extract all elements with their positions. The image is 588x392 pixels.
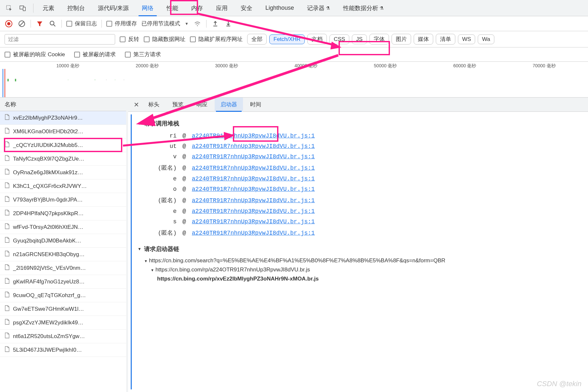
chain-url-0[interactable]: ▼https://cn.bing.com/search?q=%E5%BE%AE%… xyxy=(138,256,582,265)
request-row[interactable]: 2DP4HPlfaNQ7pkpsKlkpR… xyxy=(0,207,126,220)
stack-source-link[interactable]: a2240TR91R7nhnUp3RpvwJI8dVU.br.js:1 xyxy=(192,133,315,139)
stack-source-link[interactable]: a2240TR91R7nhnUp3RpvwJI8dVU.br.js:1 xyxy=(192,143,315,150)
tab-recorder[interactable]: 记录器⚗ xyxy=(301,0,337,16)
pill-js[interactable]: JS xyxy=(352,34,367,44)
search-icon[interactable] xyxy=(48,20,57,28)
pill-font[interactable]: 字体 xyxy=(369,34,389,45)
pill-doc[interactable]: 文档 xyxy=(307,34,327,45)
request-row[interactable]: _cQCYzUIUDtiKJi2Mubb5… xyxy=(0,138,126,152)
initiator-chain-heading[interactable]: ▼请求启动器链 xyxy=(138,245,582,253)
close-icon[interactable]: ✕ xyxy=(131,101,141,109)
blocked-cookies-checkbox[interactable]: 被屏蔽的响应 Cookie xyxy=(5,51,65,58)
tab-lighthouse[interactable]: Lighthouse xyxy=(259,0,301,16)
pill-all[interactable]: 全部 xyxy=(247,34,267,45)
hide-data-urls-checkbox[interactable]: 隐藏数据网址 xyxy=(144,35,185,43)
tab-elements[interactable]: 元素 xyxy=(36,0,61,16)
request-row[interactable]: n21aGRCN5EKHB3qObyg… xyxy=(0,248,126,261)
request-row[interactable]: OyRnaZe6gJ8kMXuak91z… xyxy=(0,166,126,179)
stack-fn-name: e xyxy=(151,176,177,182)
detail-tab-response[interactable]: 响应 xyxy=(191,98,213,112)
pill-img[interactable]: 图片 xyxy=(392,34,411,45)
download-icon[interactable] xyxy=(224,20,233,28)
stack-source-link[interactable]: a2240TR91R7nhnUp3RpvwJI8dVU.br.js:1 xyxy=(192,186,315,192)
request-row[interactable]: XM6LKGnaO0IrEHDb20t2… xyxy=(0,125,126,138)
request-row[interactable]: 5L3iD467J3iJWEPwjIkhI0… xyxy=(0,343,126,357)
third-party-checkbox[interactable]: 第三方请求 xyxy=(125,51,161,58)
svg-line-6 xyxy=(54,25,55,26)
preserve-log-checkbox[interactable]: 保留日志 xyxy=(66,20,97,27)
request-row[interactable]: Gyuq2bqitqDJM0BeAkbK… xyxy=(0,234,126,248)
file-icon xyxy=(5,141,10,149)
request-row[interactable]: psgXZvzYJMEW2ydikIk49… xyxy=(0,316,126,330)
file-icon xyxy=(5,169,10,176)
upload-icon[interactable] xyxy=(211,20,220,28)
stack-fn-name: s xyxy=(151,218,177,225)
tab-security[interactable]: 安全 xyxy=(234,0,259,16)
detail-tab-headers[interactable]: 标头 xyxy=(142,98,165,112)
request-row[interactable]: K3hC1_cQXGFr6cxRJVWY… xyxy=(0,179,126,193)
pill-media[interactable]: 媒体 xyxy=(414,34,433,45)
invert-checkbox[interactable]: 反转 xyxy=(120,35,139,43)
beaker-icon: ⚗ xyxy=(326,6,330,11)
filter-row-2: 被屏蔽的响应 Cookie 被屏蔽的请求 第三方请求 xyxy=(0,47,588,62)
network-toolbar: 保留日志 停用缓存 已停用节流模式 ▼ xyxy=(0,16,588,31)
tab-perf-insights[interactable]: 性能数据分析⚗ xyxy=(337,0,390,16)
detail-tab-timing[interactable]: 时间 xyxy=(244,98,267,112)
hide-ext-urls-checkbox[interactable]: 隐藏扩展程序网址 xyxy=(190,35,243,43)
detail-tab-preview[interactable]: 预览 xyxy=(167,98,189,112)
request-row[interactable]: Gw7eETSwe7GHmKwW1l… xyxy=(0,302,126,316)
stack-source-link[interactable]: a2240TR91R7nhnUp3RpvwJI8dVU.br.js:1 xyxy=(192,165,315,171)
list-header-name[interactable]: 名称 xyxy=(0,98,126,111)
inspect-icon[interactable] xyxy=(3,2,15,14)
pill-wasm[interactable]: Wa xyxy=(478,34,494,44)
stack-source-link[interactable]: a2240TR91R7nhnUp3RpvwJI8dVU.br.js:1 xyxy=(192,197,315,204)
request-row[interactable]: V793ayrBYjBUm-0gdrJPA… xyxy=(0,193,126,207)
device-toggle-icon[interactable] xyxy=(17,2,29,14)
chain-url-1[interactable]: ▼https://cn.bing.com/rp/a224OTR91R7nhnUp… xyxy=(138,265,582,274)
tab-console[interactable]: 控制台 xyxy=(61,0,91,16)
filter-input[interactable] xyxy=(5,34,115,45)
file-icon xyxy=(5,305,10,313)
request-detail-pane: ✕ 标头 预览 响应 启动器 时间 ▼请求调用堆栈 ri@a2240TR91R7… xyxy=(128,98,588,392)
pill-manifest[interactable]: 清单 xyxy=(436,34,455,45)
request-row[interactable]: 9cuwOQ_qE7qTGKohzrf_g… xyxy=(0,289,126,302)
request-row[interactable]: xvEz2IbMlyghPZ3oNAHr9… xyxy=(0,111,126,125)
tab-memory[interactable]: 内存 xyxy=(185,0,209,16)
chain-url-2[interactable]: https://cn.bing.com/rp/xvEz2IbMlyghPZ3oN… xyxy=(138,274,582,283)
stack-source-link[interactable]: a2240TR91R7nhnUp3RpvwJI8dVU.br.js:1 xyxy=(192,153,315,160)
pill-css[interactable]: CSS xyxy=(329,34,349,44)
tab-network[interactable]: 网络 xyxy=(135,0,160,16)
filter-icon[interactable] xyxy=(35,20,44,28)
record-button[interactable] xyxy=(5,20,13,28)
request-row[interactable]: wfFvd-T0rsyA2t0l6hXtEJN… xyxy=(0,220,126,234)
stack-source-link[interactable]: a2240TR91R7nhnUp3RpvwJI8dVU.br.js:1 xyxy=(192,230,315,236)
stack-fn-name: ri xyxy=(151,133,177,139)
throttling-status[interactable]: 已停用节流模式 xyxy=(141,20,180,27)
request-row[interactable]: TaNyfCzxqBX9l7QZbgZUe… xyxy=(0,152,126,166)
detail-tab-initiator[interactable]: 启动器 xyxy=(215,98,243,112)
request-name: TaNyfCzxqBX9l7QZbgZUe… xyxy=(13,156,84,162)
pill-ws[interactable]: WS xyxy=(458,34,475,44)
stack-source-link[interactable]: a2240TR91R7nhnUp3RpvwJI8dVU.br.js:1 xyxy=(192,208,315,215)
tab-performance[interactable]: 性能 xyxy=(160,0,185,16)
pill-fetch-xhr[interactable]: Fetch/XHR xyxy=(269,34,305,44)
stack-source-link[interactable]: a2240TR91R7nhnUp3RpvwJI8dVU.br.js:1 xyxy=(192,176,315,182)
initiator-body: ▼请求调用堆栈 ri@a2240TR91R7nhnUp3RpvwJI8dVU.b… xyxy=(131,114,588,389)
stack-trace-heading[interactable]: ▼请求调用堆栈 xyxy=(138,120,582,127)
stack-fn-name: ut xyxy=(151,143,177,150)
file-icon xyxy=(5,223,10,231)
file-icon xyxy=(5,155,10,163)
disable-cache-checkbox[interactable]: 停用缓存 xyxy=(106,20,137,27)
tab-application[interactable]: 应用 xyxy=(209,0,234,16)
request-row[interactable]: nt6a1ZR520utsLoZmSYgw… xyxy=(0,330,126,343)
request-row[interactable]: gKwIRAF4fg7noG1zyeUz8… xyxy=(0,275,126,289)
stack-source-link[interactable]: a2240TR91R7nhnUp3RpvwJI8dVU.br.js:1 xyxy=(192,218,315,225)
clear-icon[interactable] xyxy=(18,20,26,28)
network-timeline[interactable]: 10000 毫秒 20000 毫秒 30000 毫秒 40000 毫秒 5000… xyxy=(0,62,588,98)
request-row[interactable]: _2l169N92jVtSc_VEsV0nm… xyxy=(0,261,126,275)
stack-frame: e@a2240TR91R7nhnUp3RpvwJI8dVU.br.js:1 xyxy=(138,206,582,216)
wifi-icon[interactable] xyxy=(193,20,202,28)
chevron-down-icon[interactable]: ▼ xyxy=(185,21,189,26)
blocked-requests-checkbox[interactable]: 被屏蔽的请求 xyxy=(74,51,116,58)
tab-sources[interactable]: 源代码/来源 xyxy=(91,0,135,16)
